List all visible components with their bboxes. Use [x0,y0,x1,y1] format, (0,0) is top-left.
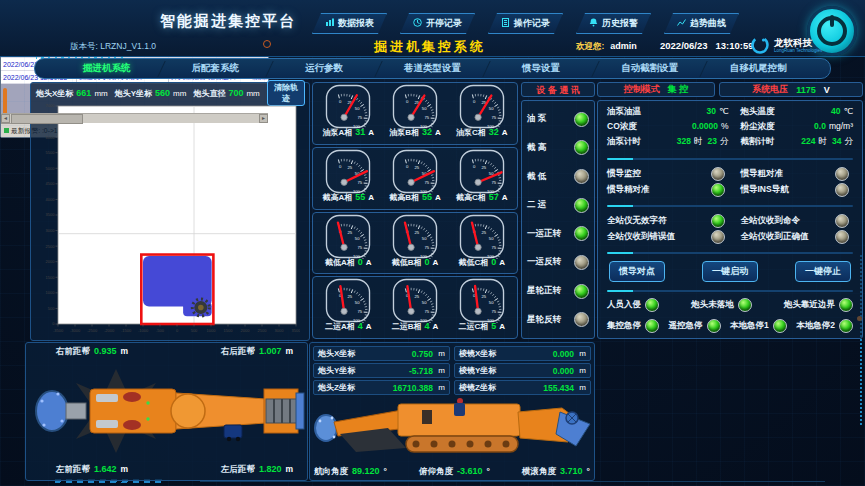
one-key-start-button[interactable]: 一键启动 [702,261,758,282]
label: 截 低 [527,171,546,183]
alarm-hscrollbar[interactable]: ◄ ► [1,113,268,123]
gauge-dial: 0255075100 [453,278,511,323]
tab-6[interactable]: 自动截割设置 [596,62,704,75]
tab-1[interactable]: 掘进机系统 [53,62,161,75]
label: 油泵计时 [607,136,641,148]
machine-topview-panel: 右前距帮0.935m右后距帮1.007m左前距帮1.642m左后距帮1.820m [25,342,308,481]
tab-7[interactable]: 自移机尾控制 [704,62,812,75]
svg-text:-1000: -1000 [138,328,149,333]
label: 炮头X坐标 [318,348,355,359]
svg-text:75: 75 [424,180,429,185]
svg-text:75: 75 [424,310,429,315]
unit: A [366,322,372,331]
nav-button-label: 历史报警 [602,17,638,30]
svg-text:75: 75 [358,180,363,185]
value: 0.000 [496,349,574,359]
indicator-light-on [574,284,589,299]
svg-text:25: 25 [414,230,419,235]
gauge-8: 0255075100截低B相0A [382,214,449,273]
ring-deco [263,40,271,48]
indicator-light-on [574,198,589,213]
svg-text:75: 75 [491,245,496,250]
label: 棱镜Z坐标 [459,382,496,393]
scroll-left-icon[interactable]: ◄ [1,114,10,123]
unit: A [502,128,508,137]
datetime: 2022/06/23 13:10:59 [660,40,754,51]
value: 661 [76,88,91,98]
label: 惯导监控 [607,168,641,180]
svg-text:75: 75 [358,310,363,315]
safety-indicator-3: 炮头靠近边界 [784,298,853,312]
divider [607,158,853,160]
label: 油泵油温 [607,106,641,118]
indicator-light-on [574,226,589,241]
gauge-row-1: 0255075100油泵A相31A0255075100油泵B相32A025507… [312,82,518,145]
svg-text:50: 50 [355,106,360,111]
unit: 时 [819,136,828,148]
gauge-9: 0255075100截低C相0A [448,214,515,273]
svg-text:50: 50 [355,300,360,305]
label: 遥控急停 [669,320,703,332]
device-comm-panel: 设 备 通 讯 油 泵截 高截 低二 运一运正转一运反转星轮正转星轮反转 [521,82,595,339]
coordinate-5: 炮头Z坐标16710.388m [313,380,450,395]
indicator-light-off [835,167,849,181]
nav-button-1[interactable]: 数据报表 [312,13,387,34]
unit: m [433,366,445,375]
comm-item-1: 油 泵 [527,112,589,127]
unit: % [721,121,729,131]
nav-button-label: 操作记录 [514,17,550,30]
safety-row-2: 集控急停遥控急停本地急停1本地急停2 [607,319,853,333]
svg-text:500: 500 [48,306,55,311]
svg-text:75: 75 [358,115,363,120]
scrollbar-thumb[interactable] [11,114,83,124]
value: 0 [358,257,363,267]
unit: A [368,128,374,137]
gauge-dial: 0255075100 [386,214,444,259]
unit: A [499,258,505,267]
one-key-stop-button[interactable]: 一键停止 [795,261,851,282]
nav-button-3[interactable]: 操作记录 [488,13,563,34]
gauge-1: 0255075100油泵A相31A [315,84,382,143]
value: 40 [831,106,840,116]
scroll-right-icon[interactable]: ► [259,114,268,123]
comm-item-8: 星轮反转 [527,312,589,327]
svg-text:25: 25 [348,165,353,170]
control-buttons: 惯导对点一键启动一键停止 [607,260,853,283]
divider [607,290,853,292]
label: 二运A相 [325,321,355,332]
unit: 分 [845,136,854,148]
tab-2[interactable]: 后配套系统 [162,62,270,75]
indicator-light-off [711,167,725,181]
tab-3[interactable]: 运行参数 [270,62,378,75]
indicator-light-off [835,214,849,228]
gauge-3: 0255075100油泵C相32A [448,84,515,143]
label: 截高B相 [389,192,419,203]
comm-item-6: 一运反转 [527,255,589,270]
gauge-label: 截低B相0A [392,257,439,268]
svg-text:75: 75 [491,180,496,185]
label: 横滚角度 [522,466,556,478]
nav-button-5[interactable]: 趋势曲线 [664,13,739,34]
nav-button-label: 开停记录 [426,17,462,30]
indicator-light-on [574,112,589,127]
gauge-dial: 0255075100 [319,84,377,129]
inertial-nav-align-button[interactable]: 惯导对点 [609,261,665,282]
svg-text:-2000: -2000 [104,328,115,333]
station-indicator-1: 全站仪无效字符 [607,213,729,229]
control-mode-box: 控制模式 集 控 [597,82,715,97]
svg-text:-2500: -2500 [87,328,98,333]
label: 惯导INS导航 [741,184,789,196]
tab-5[interactable]: 惯导设置 [487,62,595,75]
coordinate-1: 炮头X坐标0.750m [313,346,450,361]
svg-text:3500: 3500 [46,212,56,217]
nav-button-2[interactable]: 开停记录 [400,13,475,34]
indicator-light-off [574,169,589,184]
nav-button-4[interactable]: 历史报警 [576,13,651,34]
status-icon [4,128,9,133]
tab-4[interactable]: 巷道类型设置 [379,62,487,75]
gauge-dial: 0255075100 [453,149,511,194]
time-text: 13:10:59 [716,40,754,51]
label: 粉尘浓度 [741,121,775,133]
wall-distance-tl: 右前距帮0.935m [56,346,128,358]
indicator-light-off [835,230,849,244]
